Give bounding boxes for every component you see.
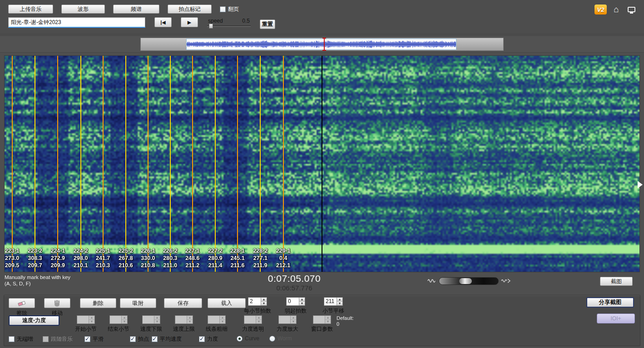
audio-overview-bar[interactable] bbox=[140, 38, 504, 51]
beat-line[interactable] bbox=[237, 56, 238, 272]
stepper-down-icon[interactable]: ▼ bbox=[256, 320, 262, 323]
stepper-up-icon[interactable]: ▲ bbox=[187, 316, 193, 320]
beat-line[interactable] bbox=[283, 56, 284, 272]
beat-line[interactable] bbox=[215, 56, 216, 272]
snap-button[interactable]: 吸附 bbox=[120, 298, 156, 308]
beat-line[interactable] bbox=[260, 56, 261, 272]
expand-panel-arrow[interactable] bbox=[638, 181, 643, 188]
option-worm[interactable]: Worm bbox=[269, 335, 292, 342]
stepper-up-icon[interactable]: ▲ bbox=[325, 316, 331, 320]
window-params-input[interactable]: ▲▼ bbox=[313, 315, 331, 324]
waveform-arrow-icon bbox=[500, 277, 511, 285]
beat-points-checkbox[interactable] bbox=[130, 336, 136, 342]
force-checkbox[interactable] bbox=[199, 336, 205, 342]
overview-playhead[interactable] bbox=[324, 38, 325, 51]
stepper-down-icon[interactable]: ▼ bbox=[154, 320, 160, 323]
waveform-view-button[interactable]: 波形 bbox=[61, 5, 105, 14]
option-follow-music[interactable]: 跟随音乐 bbox=[43, 335, 73, 343]
force-alpha-input[interactable]: ▲▼ bbox=[244, 315, 262, 324]
ioi-button[interactable]: IOI+ bbox=[597, 314, 635, 323]
tempo-max-input[interactable]: ▲▼ bbox=[175, 315, 193, 324]
stepper-down-icon[interactable]: ▼ bbox=[291, 320, 296, 323]
reset-speed-button[interactable]: 重置 bbox=[260, 20, 275, 29]
option-force[interactable]: 力度 bbox=[199, 335, 218, 343]
spectrum-view-button[interactable]: 频谱 bbox=[113, 5, 159, 14]
avg-tempo-checkbox[interactable] bbox=[152, 336, 158, 342]
speed-slider[interactable] bbox=[207, 25, 251, 27]
skip-back-button[interactable]: |◀ bbox=[154, 17, 172, 27]
load-button[interactable]: 载入 bbox=[208, 298, 246, 308]
beat-line[interactable] bbox=[148, 56, 149, 272]
page-turn-option[interactable]: 翻页 bbox=[220, 5, 239, 13]
stepper-up-icon[interactable]: ▲ bbox=[299, 298, 305, 302]
stepper-down-icon[interactable]: ▼ bbox=[122, 320, 127, 323]
speed-slider-thumb[interactable] bbox=[209, 24, 213, 29]
stepper-up-icon[interactable]: ▲ bbox=[122, 316, 127, 320]
hand-icon bbox=[54, 300, 61, 307]
beat-line[interactable] bbox=[103, 56, 104, 272]
beat-line[interactable] bbox=[35, 56, 35, 272]
end-bar-value bbox=[110, 316, 121, 323]
spectrogram-playhead[interactable] bbox=[322, 56, 322, 272]
spectrogram-view[interactable]: 223-1273.0209.5223-2308.3209.7224-1272.9… bbox=[4, 55, 640, 272]
stepper-down-icon[interactable]: ▼ bbox=[337, 302, 342, 305]
stepper-up-icon[interactable]: ▲ bbox=[89, 316, 94, 320]
tempo-force-button[interactable]: 速度-力度 bbox=[9, 315, 59, 326]
beat-line[interactable] bbox=[80, 56, 81, 272]
delete-button[interactable]: 删除 bbox=[80, 298, 116, 308]
share-screenshot-button[interactable]: 分享截图 bbox=[586, 297, 634, 308]
move-tool-button[interactable] bbox=[44, 298, 70, 308]
volume-slider[interactable] bbox=[439, 277, 499, 285]
start-bar-input[interactable]: ▲▼ bbox=[77, 315, 95, 324]
stepper-up-icon[interactable]: ▲ bbox=[154, 316, 160, 320]
stepper-up-icon[interactable]: ▲ bbox=[261, 298, 267, 302]
curve-radio[interactable] bbox=[237, 336, 243, 342]
tempo-min-input[interactable]: ▲▼ bbox=[142, 315, 160, 324]
v2-badge[interactable]: V2 bbox=[594, 5, 607, 15]
stepper-down-icon[interactable]: ▼ bbox=[325, 320, 331, 323]
option-curve[interactable]: Curve bbox=[237, 335, 259, 342]
play-button[interactable]: ▶ bbox=[181, 17, 198, 27]
page-turn-checkbox[interactable] bbox=[220, 6, 226, 12]
home-icon[interactable]: ⌂ bbox=[611, 5, 622, 15]
option-avg-tempo[interactable]: 平均速度 bbox=[152, 335, 182, 343]
no-click-checkbox[interactable] bbox=[9, 336, 15, 342]
save-button[interactable]: 保存 bbox=[164, 298, 202, 308]
option-no-click[interactable]: 无端噌 bbox=[9, 335, 33, 343]
smooth-checkbox[interactable] bbox=[84, 336, 90, 342]
worm-radio[interactable] bbox=[269, 336, 275, 342]
stepper-down-icon[interactable]: ▼ bbox=[299, 302, 305, 305]
beats-per-bar-input[interactable]: 2 ▲▼ bbox=[248, 297, 267, 306]
pickup-beats-input[interactable]: 0 ▲▼ bbox=[286, 297, 305, 306]
line-width-input[interactable]: ▲▼ bbox=[208, 315, 226, 324]
beat-line[interactable] bbox=[192, 56, 193, 272]
beat-line[interactable] bbox=[125, 56, 126, 272]
beat-line[interactable] bbox=[57, 56, 58, 272]
force-zoom-input[interactable]: ▲▼ bbox=[278, 315, 297, 324]
stepper-up-icon[interactable]: ▲ bbox=[256, 316, 262, 320]
beat-line[interactable] bbox=[170, 56, 171, 272]
beat-mark-button[interactable]: 拍点标记 bbox=[168, 5, 212, 14]
stepper-down-icon[interactable]: ▼ bbox=[220, 320, 225, 323]
upload-music-button[interactable]: 上传音乐 bbox=[8, 5, 53, 14]
keyboard-hint: Manually mark beat with key (A, S, D, F) bbox=[5, 274, 70, 287]
stepper-down-icon[interactable]: ▼ bbox=[187, 320, 193, 323]
stepper-up-icon[interactable]: ▲ bbox=[220, 316, 225, 320]
overview-selection-window[interactable] bbox=[186, 39, 456, 50]
filename-input[interactable] bbox=[8, 17, 145, 28]
follow-music-checkbox[interactable] bbox=[43, 336, 49, 342]
screenshot-button[interactable]: 截图 bbox=[600, 277, 633, 286]
display-icon[interactable] bbox=[626, 5, 637, 15]
volume-slider-thumb[interactable] bbox=[459, 278, 472, 284]
stepper-up-icon[interactable]: ▲ bbox=[291, 316, 296, 320]
bar-offset-input[interactable]: 211 ▲▼ bbox=[324, 297, 343, 306]
erase-tool-button[interactable] bbox=[9, 298, 35, 308]
beat-line[interactable] bbox=[12, 56, 13, 272]
stepper-down-icon[interactable]: ▼ bbox=[89, 320, 94, 323]
stepper-down-icon[interactable]: ▼ bbox=[261, 302, 267, 305]
beats-per-bar-label: 每小节拍数 bbox=[242, 307, 273, 315]
stepper-up-icon[interactable]: ▲ bbox=[337, 298, 342, 302]
option-smooth[interactable]: 平滑 bbox=[84, 335, 104, 343]
end-bar-input[interactable]: ▲▼ bbox=[109, 315, 128, 324]
option-beat-points[interactable]: 拍点 bbox=[130, 335, 149, 343]
